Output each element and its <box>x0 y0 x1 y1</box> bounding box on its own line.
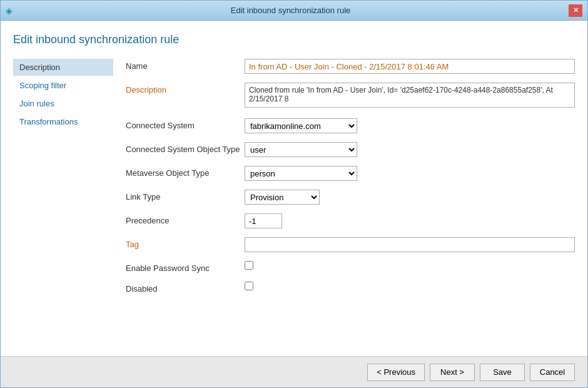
metaverse-object-type-value: person <box>245 166 575 181</box>
precedence-row: Precedence <box>126 213 575 228</box>
connected-system-value: fabrikamonline.com <box>245 118 575 133</box>
main-window: ◈ Edit inbound synchronization rule ✕ Ed… <box>0 0 588 388</box>
main-area: Description Scoping filter Join rules Tr… <box>13 59 575 344</box>
enable-password-sync-checkbox[interactable] <box>245 261 253 270</box>
precedence-input[interactable] <box>245 213 282 228</box>
sidebar: Description Scoping filter Join rules Tr… <box>13 59 113 344</box>
link-type-select[interactable]: Provision <box>245 190 320 205</box>
disabled-value <box>245 282 575 292</box>
app-icon: ◈ <box>6 6 13 16</box>
window-title: Edit inbound synchronization rule <box>13 6 569 15</box>
form-area: Name Description Connected System <box>126 59 575 344</box>
sidebar-item-scoping-filter[interactable]: Scoping filter <box>13 77 113 94</box>
enable-password-sync-row: Enable Password Sync <box>126 261 575 273</box>
window-content: Edit inbound synchronization rule Descri… <box>1 21 587 356</box>
connected-system-object-type-row: Connected System Object Type user <box>126 142 575 157</box>
metaverse-object-type-row: Metaverse Object Type person <box>126 166 575 181</box>
metaverse-object-type-label: Metaverse Object Type <box>126 166 245 178</box>
connected-system-select[interactable]: fabrikamonline.com <box>245 118 357 133</box>
description-value <box>245 83 575 110</box>
connected-system-label: Connected System <box>126 118 245 130</box>
disabled-row: Disabled <box>126 282 575 294</box>
page-title: Edit inbound synchronization rule <box>13 33 575 46</box>
tag-value <box>245 237 575 252</box>
name-value <box>245 59 575 74</box>
link-type-label: Link Type <box>126 190 245 202</box>
sidebar-item-transformations[interactable]: Transformations <box>13 113 113 130</box>
name-row: Name <box>126 59 575 74</box>
link-type-value: Provision <box>245 190 575 205</box>
precedence-value <box>245 213 575 228</box>
sidebar-item-description[interactable]: Description <box>13 59 113 76</box>
next-button[interactable]: Next > <box>430 364 475 381</box>
footer: < Previous Next > Save Cancel <box>1 356 587 387</box>
title-bar: ◈ Edit inbound synchronization rule ✕ <box>1 1 587 21</box>
title-bar-controls: ✕ <box>569 4 582 17</box>
enable-password-sync-value <box>245 261 575 272</box>
tag-input[interactable] <box>245 237 575 252</box>
cancel-button[interactable]: Cancel <box>530 364 575 381</box>
sidebar-item-join-rules[interactable]: Join rules <box>13 95 113 112</box>
precedence-label: Precedence <box>126 213 245 225</box>
description-row: Description <box>126 83 575 110</box>
description-textarea[interactable] <box>245 83 575 108</box>
connected-system-object-type-value: user <box>245 142 575 157</box>
tag-row: Tag <box>126 237 575 252</box>
tag-label: Tag <box>126 237 245 249</box>
connected-system-object-type-select[interactable]: user <box>245 142 357 157</box>
enable-password-sync-label: Enable Password Sync <box>126 261 245 273</box>
disabled-checkbox[interactable] <box>245 282 253 290</box>
name-input[interactable] <box>245 59 575 74</box>
connected-system-object-type-label: Connected System Object Type <box>126 142 245 154</box>
description-label: Description <box>126 83 245 94</box>
close-button[interactable]: ✕ <box>569 4 582 17</box>
name-label: Name <box>126 59 245 71</box>
previous-button[interactable]: < Previous <box>367 364 425 381</box>
disabled-label: Disabled <box>126 282 245 294</box>
save-button[interactable]: Save <box>480 364 525 381</box>
connected-system-row: Connected System fabrikamonline.com <box>126 118 575 133</box>
metaverse-object-type-select[interactable]: person <box>245 166 357 181</box>
link-type-row: Link Type Provision <box>126 190 575 205</box>
